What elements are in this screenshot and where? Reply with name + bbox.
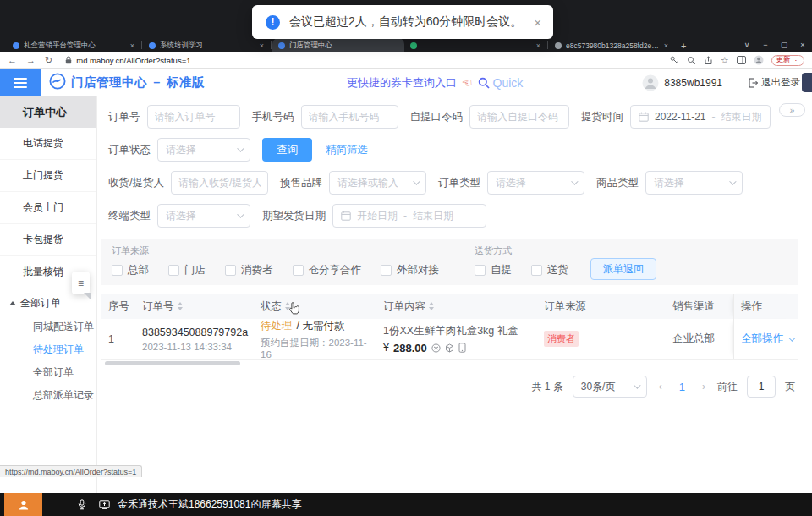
tab-close-icon[interactable]: × (536, 41, 540, 50)
quick-entry-group: 更快捷的券卡查询入口 ☜ Quick (347, 75, 523, 91)
col-order-no[interactable]: 订单号 (135, 294, 254, 319)
quick-entry-link[interactable]: 更快捷的券卡查询入口 (347, 75, 457, 91)
row-action-dropdown[interactable]: 全部操作 (733, 319, 798, 359)
order-no-input[interactable] (147, 105, 240, 129)
sharer-avatar[interactable] (4, 493, 42, 516)
order-type-select[interactable]: 请选择 (487, 171, 584, 195)
zoom-icon[interactable] (687, 56, 696, 65)
toast-message: 会议已超过2人，自动转为60分钟限时会议。 (289, 14, 522, 30)
sidebar-item-pending-orders[interactable]: 待处理订单 (0, 338, 96, 361)
horizontal-scrollbar[interactable] (105, 361, 240, 365)
table-row: 1 83859345088979792a 2023-11-13 14:33:34… (102, 319, 798, 360)
browser-tab-3-active[interactable]: 门店管理中心 (272, 38, 404, 52)
sidebar-group-all-orders[interactable]: 全部订单 (0, 291, 96, 316)
page-size-select[interactable]: 30条/页 (573, 376, 647, 398)
share-icon[interactable] (704, 56, 713, 65)
checkbox-consumer[interactable]: 消费者 (225, 263, 273, 277)
quick-label[interactable]: Quick (493, 76, 524, 90)
tab-close-icon[interactable]: × (130, 41, 134, 50)
microphone-icon[interactable] (78, 499, 86, 510)
current-page[interactable]: 1 (674, 381, 690, 393)
end-date-placeholder: 结束日期 (721, 110, 762, 124)
phone-input[interactable] (301, 105, 398, 129)
quick-search-icon[interactable] (478, 77, 490, 89)
browser-tab-1[interactable]: 礼盒营销平台管理中心 × (7, 38, 140, 52)
checkbox-delivery[interactable]: 送货 (531, 263, 568, 277)
back-icon[interactable]: ← (8, 55, 17, 65)
side-panel-icon[interactable] (737, 56, 746, 64)
dispatch-return-button[interactable]: 派单退回 (590, 258, 656, 280)
col-content[interactable]: 订单内容 (376, 294, 537, 319)
url-text[interactable]: md.maboy.cn/AllOrder?status=1 (76, 56, 190, 65)
pickup-time-range[interactable]: 2022-11-21 - 结束日期 (630, 105, 771, 129)
col-action: 操作 (733, 294, 798, 319)
pagination: 共 1 条 30条/页 ‹ 1 › 前往 页 (102, 376, 798, 398)
checkbox-self-pickup[interactable]: 自提 (475, 263, 512, 277)
toast-close-icon[interactable]: × (534, 15, 541, 30)
edge-widget[interactable] (802, 73, 812, 92)
panel-toggle-button[interactable]: » (779, 103, 805, 117)
checkbox-external[interactable]: 外部对接 (381, 263, 439, 277)
avatar[interactable] (642, 74, 659, 91)
tab-close-icon[interactable]: × (260, 41, 264, 50)
screen-share-icon[interactable] (99, 500, 110, 509)
simplify-filter-link[interactable]: 精简筛选 (326, 143, 368, 157)
info-icon: ! (266, 15, 280, 30)
window-minimize-icon[interactable]: − (756, 41, 775, 49)
bookmark-star-icon[interactable]: ☆ (721, 55, 729, 66)
receiver-input[interactable] (171, 171, 268, 195)
sort-icon[interactable] (178, 302, 183, 310)
forward-icon[interactable]: → (26, 55, 36, 65)
expect-date-label: 期望发货日期 (262, 209, 326, 223)
key-icon[interactable] (670, 56, 679, 65)
sidebar-item-door-pickup[interactable]: 上门提货 (0, 160, 96, 192)
chevron-down-icon (634, 382, 640, 388)
sidebar-item-phone-pickup[interactable]: 电话提货 (0, 128, 96, 160)
window-maximize-icon[interactable]: ▢ (775, 41, 793, 49)
collapse-triangle-icon (9, 301, 16, 305)
query-button[interactable]: 查询 (262, 138, 312, 162)
profile-icon[interactable] (754, 55, 764, 65)
next-page-button[interactable]: › (700, 381, 708, 392)
page-title: 门店管理中心－标准版 (71, 74, 205, 91)
order-status-select[interactable]: 请选择 (157, 138, 250, 162)
checkbox-warehouse-share[interactable]: 仓分享合作 (293, 263, 362, 277)
tab-close-icon[interactable]: × (664, 41, 668, 50)
tab-favicon (13, 42, 19, 49)
sidebar-item-all-orders[interactable]: 全部订单 (0, 361, 96, 384)
logout-button[interactable]: 退出登录 (748, 76, 800, 89)
reload-icon[interactable]: ↻ (45, 55, 52, 66)
order-number[interactable]: 83859345088979792a (142, 327, 248, 338)
username[interactable]: 8385wb1991 (664, 77, 722, 89)
window-menu-icon[interactable]: ∨ (738, 41, 756, 49)
brand-select[interactable]: 请选择或输入 (329, 171, 426, 195)
sidebar-item-hq-dispatch-log[interactable]: 总部派单记录 (0, 384, 96, 407)
browser-tab-4[interactable]: × (404, 38, 546, 52)
browser-tab-2[interactable]: 系统培训学习 × (143, 38, 270, 52)
sidebar-item-city-delivery[interactable]: 同城配送订单 (0, 316, 96, 338)
browser-toolbar: ← → ↻ md.maboy.cn/AllOrder?status=1 ☆ (0, 52, 812, 69)
checkbox-store[interactable]: 门店 (168, 263, 206, 277)
goods-type-select[interactable]: 请选择 (645, 171, 743, 195)
order-created-time: 2023-11-13 14:33:34 (142, 342, 248, 352)
order-no-label: 订单号 (108, 110, 140, 124)
browser-tab-5[interactable]: e8c573980b1328a258fd2e618 × (549, 38, 674, 52)
quick-filter-panel: 订单来源 总部 门店 消费者 仓分享合作 外部对接 送货方式 自提 送货 派单退… (102, 239, 798, 285)
col-status[interactable]: 状态 (254, 294, 376, 319)
sidebar-collapse-handle[interactable]: ≡ (72, 272, 90, 294)
expect-date-range[interactable]: 开始日期 - 结束日期 (332, 204, 486, 228)
checkbox-icon (168, 265, 179, 276)
checkbox-hq[interactable]: 总部 (112, 263, 149, 277)
prev-page-button[interactable]: ‹ (656, 381, 665, 392)
hamburger-menu-button[interactable] (0, 69, 41, 96)
update-button[interactable]: 更新 ⋮ (771, 55, 805, 66)
sidebar-item-member-visit[interactable]: 会员上门 (0, 192, 96, 224)
terminal-type-select[interactable]: 请选择 (157, 204, 250, 228)
new-tab-button[interactable]: + (681, 41, 686, 51)
sort-icon[interactable] (429, 302, 434, 310)
sidebar-item-cardbag-pickup[interactable]: 卡包提货 (0, 224, 96, 256)
window-close-icon[interactable]: × (793, 41, 812, 49)
goto-page-input[interactable] (747, 376, 776, 398)
app-header: 门店管理中心－标准版 更快捷的券卡查询入口 ☜ Quick 8385wb1991… (0, 69, 812, 96)
pickup-code-input[interactable] (469, 105, 569, 129)
